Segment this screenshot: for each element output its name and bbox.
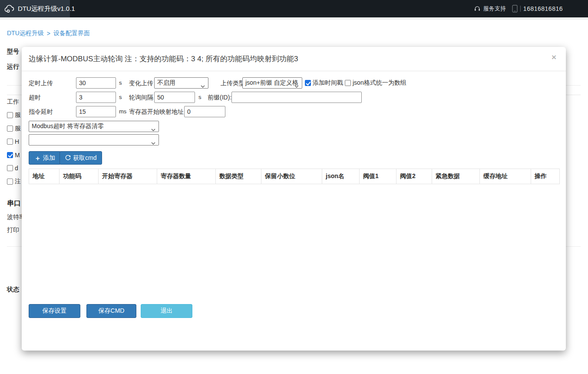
refresh-icon <box>65 155 71 161</box>
save-settings-button[interactable]: 保存设置 <box>29 304 80 318</box>
extra-select[interactable] <box>29 134 159 146</box>
chevron-down-icon <box>201 82 205 89</box>
bg-checkbox[interactable] <box>7 112 13 118</box>
bg-checkbox[interactable] <box>7 126 13 132</box>
json-array-label: json格式统一为数组 <box>353 79 406 87</box>
cmd-delay-unit: ms <box>119 106 126 117</box>
timed-upload-unit: s <box>119 77 122 89</box>
bg-status-label: 状态 <box>7 286 19 294</box>
bg-checkbox[interactable] <box>7 139 13 145</box>
col-register-count: 寄存器数量 <box>157 169 216 184</box>
modal-title: 边缘计算-MODBUS主动轮询 注：支持的功能码：3 4; 所有的功能码均映射到… <box>29 54 298 64</box>
bg-checkbox-label: d <box>15 165 18 172</box>
save-cmd-label: 保存CMD <box>99 307 125 315</box>
poll-interval-input[interactable] <box>154 92 195 103</box>
bg-checkbox-checked[interactable] <box>7 152 13 158</box>
plus-icon: ＋ <box>34 155 41 161</box>
bg-checkbox-row: H <box>7 138 19 145</box>
col-address: 地址 <box>29 169 59 184</box>
page: DTU远程升级v1.0.1 服务支持 <box>0 0 588 374</box>
bg-work-label: 工作 <box>7 98 19 106</box>
bg-checkbox-label: H <box>15 138 19 145</box>
save-cmd-button[interactable]: 保存CMD <box>86 304 136 318</box>
chevron-down-icon <box>151 139 155 146</box>
bg-checkbox-row: d <box>7 165 18 172</box>
cmd-delay-input[interactable] <box>76 106 116 117</box>
table-header-row: 地址 功能码 开始寄存器 寄存器数量 数据类型 保留小数位 json名 阀值1 … <box>29 169 560 184</box>
json-array-group: json格式统一为数组 <box>345 77 406 89</box>
poll-interval-unit: s <box>198 92 202 103</box>
col-decimal-places: 保留小数位 <box>261 169 322 184</box>
bg-run-label: 运行 <box>7 63 19 71</box>
exit-label: 退出 <box>161 307 173 315</box>
modal-header: 边缘计算-MODBUS主动轮询 注：支持的功能码：3 4; 所有的功能码均映射到… <box>22 47 566 71</box>
json-array-checkbox[interactable] <box>345 80 351 86</box>
bg-checkbox-label: 服 <box>15 125 21 132</box>
save-settings-label: 保存设置 <box>43 307 67 315</box>
reg-map-input[interactable] <box>184 106 225 117</box>
timeout-input[interactable] <box>76 92 116 103</box>
bg-checkbox[interactable] <box>7 165 13 171</box>
change-upload-label: 变化上传 <box>129 77 153 89</box>
timed-upload-input[interactable] <box>76 77 116 89</box>
bg-checkbox-row: 服 <box>7 111 21 119</box>
col-function-code: 功能码 <box>59 169 99 184</box>
bg-checkbox-label: 注 <box>15 178 21 185</box>
cmd-delay-label: 指令延时 <box>29 106 53 117</box>
modbus-poll-modal: 边缘计算-MODBUS主动轮询 注：支持的功能码：3 4; 所有的功能码均映射到… <box>22 47 566 351</box>
get-cmd-button[interactable]: 获取cmd <box>59 151 102 165</box>
upload-type-value: json+前缀 自定义格 <box>245 79 298 87</box>
bg-checkbox-row: M <box>7 152 20 159</box>
timeout-action-select[interactable]: Modbus超时 将寄存器清零 <box>29 121 159 132</box>
add-timestamp-group: 添加时间戳 <box>305 77 343 89</box>
bg-checkbox-label: 服 <box>15 111 21 119</box>
get-cmd-button-label: 获取cmd <box>73 154 96 162</box>
chevron-down-icon <box>294 82 299 89</box>
col-actions: 操作 <box>531 169 560 184</box>
prefix-id-input[interactable] <box>231 92 362 103</box>
add-button[interactable]: ＋ 添加 <box>29 151 61 165</box>
upload-type-label: 上传类型 <box>221 77 245 89</box>
poll-interval-label: 轮询间隔 <box>129 92 153 103</box>
change-upload-select[interactable]: 不启用 <box>154 77 208 89</box>
reg-map-label: 寄存器开始映射地址 <box>129 106 184 117</box>
registers-table: 地址 功能码 开始寄存器 寄存器数量 数据类型 保留小数位 json名 阀值1 … <box>29 169 560 184</box>
chevron-down-icon <box>151 126 155 132</box>
bg-checkbox[interactable] <box>7 179 13 185</box>
col-threshold-1: 阀值1 <box>360 169 396 184</box>
add-button-label: 添加 <box>43 154 55 162</box>
bg-model-label: 型号 <box>7 48 19 56</box>
close-icon[interactable]: × <box>552 53 556 61</box>
col-threshold-2: 阀值2 <box>396 169 432 184</box>
bg-checkbox-row: 注 <box>7 178 21 185</box>
col-data-type: 数据类型 <box>216 169 261 184</box>
col-cache-address: 缓存地址 <box>480 169 531 184</box>
timeout-action-value: Modbus超时 将寄存器清零 <box>32 122 104 130</box>
add-timestamp-checkbox[interactable] <box>305 80 311 86</box>
col-start-register: 开始寄存器 <box>99 169 157 184</box>
timeout-label: 超时 <box>29 92 41 103</box>
col-urgent-data: 紧急数据 <box>432 169 480 184</box>
bg-checkbox-label: M <box>15 152 20 159</box>
upload-type-select[interactable]: json+前缀 自定义格 <box>242 77 302 89</box>
add-timestamp-label: 添加时间戳 <box>313 79 343 87</box>
timed-upload-label: 定时上传 <box>29 77 53 89</box>
exit-button[interactable]: 退出 <box>141 304 192 318</box>
change-upload-value: 不启用 <box>157 79 175 87</box>
timeout-unit: s <box>119 92 122 103</box>
bg-print-label: 打印 <box>7 226 19 234</box>
col-json-name: json名 <box>322 169 360 184</box>
bg-checkbox-row: 服 <box>7 125 21 132</box>
prefix-id-label: 前缀(ID): <box>208 92 231 103</box>
bg-serial-title: 串口 <box>7 199 21 208</box>
